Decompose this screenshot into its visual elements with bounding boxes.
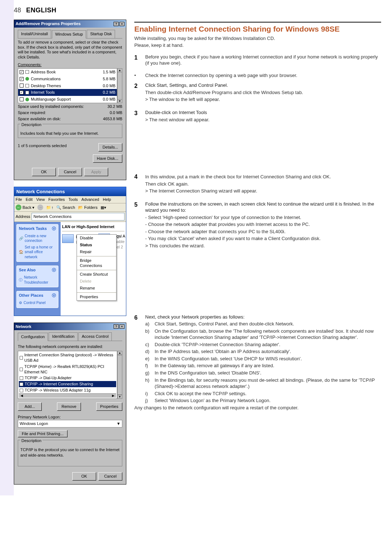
component-size: 0.0 MB (103, 97, 115, 102)
net-item-selected[interactable]: TCP/IP -> Internet Connection Sharing (19, 381, 116, 387)
component-row[interactable]: Desktop Themes 0.0 MB (18, 82, 117, 89)
page-number: 48 (14, 6, 21, 15)
network-troubleshooter[interactable]: ⓘNetwork Troubleshooter (19, 274, 56, 285)
step-number: 5 (134, 201, 139, 250)
bullet-text: Check the Internet connection by opening… (145, 72, 297, 79)
ctx-status[interactable]: Status (77, 242, 116, 248)
checkbox-icon[interactable] (20, 90, 24, 94)
menu-favorites[interactable]: Favorites (48, 197, 65, 202)
address-field[interactable]: Network Connections (32, 213, 124, 220)
menu-tools[interactable]: Tools (69, 197, 78, 202)
havedisk-button[interactable]: Have Disk... (93, 154, 122, 163)
help-icon[interactable]: ? (114, 324, 119, 329)
net-item[interactable]: TCP/IP -> Wireless USB Adapter 11g (19, 387, 116, 393)
ok-button[interactable]: OK (32, 168, 56, 176)
checkbox-icon[interactable] (20, 97, 24, 101)
sub-letter: a) (145, 321, 152, 327)
details-button[interactable]: Details... (98, 143, 122, 151)
close-icon[interactable]: × (119, 22, 124, 26)
checkbox-icon[interactable] (20, 70, 24, 74)
net-item[interactable]: TCP/IP -> Dial-Up Adapter (19, 375, 116, 381)
ctx-shortcut[interactable]: Create Shortcut (77, 271, 116, 278)
ctx-properties[interactable]: Properties (77, 293, 116, 300)
desc-legend: Description (20, 122, 42, 127)
up-icon[interactable]: 📁↑ (46, 205, 53, 210)
menu-file[interactable]: File (16, 197, 22, 202)
protocol-icon (20, 389, 23, 392)
collapse-icon[interactable]: ⓥ (52, 293, 56, 298)
cancel-button[interactable]: Cancel (98, 472, 122, 481)
step-sub: > This concludes the wizard. (145, 243, 381, 249)
step-number: 6 (134, 314, 139, 412)
collapse-icon[interactable]: ⓥ (52, 267, 56, 273)
views-icon[interactable]: ▦▾ (101, 205, 106, 210)
tab-install[interactable]: Install/Uninstall (18, 30, 51, 38)
control-panel-link[interactable]: ⚙Control Panel (19, 300, 56, 306)
step-sub: > The window to the left will appear. (145, 96, 381, 103)
properties-button[interactable]: Properties (96, 402, 122, 411)
search-button[interactable]: 🔍 Search (56, 205, 75, 210)
checkbox-icon[interactable] (20, 84, 24, 88)
net-item[interactable]: TCP/IP (Home) -> Realtek RTL8029(AS) PCI… (19, 364, 116, 375)
net-description-box: Description TCP/IP is the protocol you u… (18, 440, 122, 466)
help-icon[interactable]: ? (114, 22, 119, 26)
primary-logon-select[interactable]: Windows Logon▼ (18, 420, 122, 428)
component-name: Communications (31, 76, 61, 82)
step-body: Before you begin, check if you have a wo… (145, 54, 381, 66)
desc-legend: Description (20, 438, 42, 443)
ctx-bridge[interactable]: Bridge Connections (77, 257, 116, 270)
h-scrollbar[interactable]: ◄► (19, 393, 116, 398)
bullet-dot: • (134, 72, 139, 79)
menu-help[interactable]: Help (103, 197, 111, 202)
step-sub: - Choose the network adapter that connec… (145, 228, 381, 235)
scrollbar[interactable]: ▲▼ (117, 351, 122, 399)
remove-button[interactable]: Remove (57, 402, 81, 411)
close-icon[interactable]: × (119, 324, 124, 329)
tab-identification[interactable]: Identification (49, 332, 78, 341)
folders-button[interactable]: 📂 Folders (78, 205, 98, 210)
task-create-connection[interactable]: 🔗Create a new connection (19, 233, 56, 244)
add-button[interactable]: Add... (18, 402, 42, 411)
sub-text: In the Bindings tab, for security reason… (155, 377, 381, 390)
ctx-rename[interactable]: Rename (77, 285, 116, 292)
collapse-icon[interactable]: ⓥ (52, 226, 56, 231)
file-print-sharing-button[interactable]: File and Print Sharing... (18, 430, 68, 437)
ctx-repair[interactable]: Repair (77, 248, 116, 255)
tab-configuration[interactable]: Configuration (18, 333, 48, 341)
step-number: 1 (134, 54, 139, 66)
step-sub: Then click OK again. (145, 181, 381, 187)
network-dialog: Network ? × Configuration Identification… (14, 323, 126, 485)
net-item[interactable]: Internet Connection Sharing (protocol) -… (19, 352, 116, 364)
intro-line: Please, keep it at hand. (134, 42, 381, 49)
scrollbar[interactable]: ▲▼ (117, 68, 122, 103)
ctx-disable[interactable]: Disable (77, 235, 116, 242)
sub-text: In the DNS Configuration tab, select 'Di… (155, 370, 261, 376)
menu-edit[interactable]: Edit (26, 197, 33, 202)
component-row[interactable]: Communications 5.8 MB (18, 76, 117, 82)
used-value: 30.2 MB (107, 104, 122, 109)
component-row-selected[interactable]: Internet Tools 0.2 MB (18, 89, 117, 96)
description-box: Description Includes tools that help you… (18, 124, 122, 138)
step-lead: Double-click on Internet Tools (145, 109, 381, 116)
menu-advanced[interactable]: Advanced (81, 197, 99, 202)
menubar[interactable]: File Edit View Favorites Tools Advanced … (14, 196, 126, 203)
step-sub: In this window, put a mark in the check … (145, 174, 381, 180)
sub-letter: g) (145, 370, 152, 376)
tab-startup-disk[interactable]: Startup Disk (87, 30, 115, 38)
network-title: Network (16, 324, 31, 329)
language-label: ENGLISH (26, 6, 57, 15)
component-row[interactable]: Multilanguage Support 0.0 MB (18, 96, 117, 103)
task-setup-network[interactable]: 🏠Set up a home or small office network (19, 244, 56, 260)
sub-letter: j) (145, 397, 152, 404)
cancel-button[interactable]: Cancel (58, 168, 82, 176)
component-row[interactable]: Address Book 1.5 MB (18, 69, 117, 76)
context-menu[interactable]: Disable Status Repair Bridge Connections… (77, 234, 117, 301)
sub-letter: i) (145, 390, 152, 397)
ok-button[interactable]: OK (72, 472, 96, 481)
menu-view[interactable]: View (36, 197, 45, 202)
tab-windows-setup[interactable]: Windows Setup (52, 30, 86, 39)
chevron-down-icon[interactable]: ▼ (117, 421, 121, 426)
back-button[interactable]: ←Back ▾ (16, 204, 34, 210)
checkbox-icon[interactable] (20, 77, 24, 81)
tab-access-control[interactable]: Access Control (78, 332, 112, 341)
